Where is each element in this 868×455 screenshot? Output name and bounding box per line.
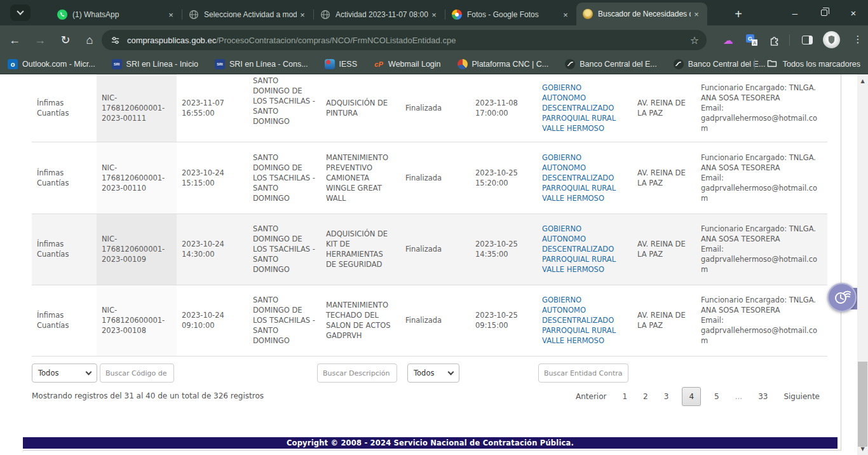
sri-icon: SRI xyxy=(112,59,122,69)
winged-clock-icon[interactable] xyxy=(827,283,857,312)
restore-icon xyxy=(821,10,827,16)
all-bookmarks-button[interactable]: Todos los marcadores xyxy=(754,58,860,70)
forward-button[interactable]: → xyxy=(31,31,50,50)
new-tab-button[interactable]: + xyxy=(729,5,747,23)
url-text[interactable]: compraspublicas.gob.ec/ProcesoContrataci… xyxy=(127,36,690,45)
entity-search-input[interactable] xyxy=(538,363,628,383)
close-icon[interactable]: × xyxy=(428,9,440,20)
cell-process-code: NIC-1768120600001-2023-00109 xyxy=(97,214,177,285)
tab-title: (1) WhatsApp xyxy=(72,10,165,19)
bookmark-star-icon[interactable]: ☆ xyxy=(690,34,699,46)
bookmark-plataforma-cnc[interactable]: Plataforma CNC | C... xyxy=(458,59,549,69)
cell-entity: GOBIERNO AUTONOMO DESCENTRALIZADO PARROQ… xyxy=(537,74,632,142)
browser-menu-button[interactable]: ⋮ xyxy=(850,32,865,47)
cpanel-icon: cP xyxy=(374,59,384,69)
table-row[interactable]: Ínfimas Cuantías NIC-1768120600001-2023-… xyxy=(32,142,827,214)
sri-icon: SRI xyxy=(215,59,225,69)
cell-address: AV. REINA DE LA PAZ xyxy=(632,214,696,285)
cell-location: SANTO DOMINGO DE LOS TSACHILAS - SANTO D… xyxy=(248,142,321,214)
pagination-page-3[interactable]: 3 xyxy=(661,388,672,405)
cell-state: Finalizada xyxy=(400,142,470,214)
chevron-down-icon xyxy=(448,369,454,376)
extensions-puzzle-icon[interactable] xyxy=(767,32,782,48)
tab-google-fotos[interactable]: Fotos - Google Fotos × xyxy=(445,4,576,25)
minimize-button[interactable]: – xyxy=(780,0,810,25)
tab-actividad[interactable]: Actividad 2023-11-07 08:00 × xyxy=(314,4,445,25)
bookmark-outlook[interactable]: o Outlook.com - Micr... xyxy=(8,59,95,69)
close-icon[interactable]: × xyxy=(297,9,308,20)
bookmark-banco-central-2[interactable]: Banco Central del E... xyxy=(674,59,766,69)
scroll-down-arrow[interactable]: ▼ xyxy=(857,444,868,454)
entity-link[interactable]: GOBIERNO AUTONOMO DESCENTRALIZADO PARROQ… xyxy=(542,83,627,133)
close-icon[interactable]: × xyxy=(560,9,571,20)
cell-address: AV. REINA DE LA PAZ xyxy=(632,142,696,214)
entity-link[interactable]: GOBIERNO AUTONOMO DESCENTRALIZADO PARROQ… xyxy=(542,295,627,346)
bookmark-webmail[interactable]: cP Webmail Login xyxy=(374,59,440,69)
pagination-page-5[interactable]: 5 xyxy=(712,388,722,405)
close-icon[interactable]: × xyxy=(165,9,177,20)
iess-icon xyxy=(325,59,335,69)
cell-location: SANTO DOMINGO DE LOS TSACHILAS - SANTO D… xyxy=(248,214,321,285)
scroll-up-arrow[interactable]: ▲ xyxy=(857,76,868,86)
banco-central-icon xyxy=(565,59,575,69)
tab-whatsapp[interactable]: (1) WhatsApp × xyxy=(51,4,182,25)
bookmarks-separator xyxy=(754,58,755,70)
chevron-down-icon xyxy=(86,369,92,376)
tab-buscador-necesidades-active[interactable]: Buscador de Necesidades de × xyxy=(576,3,707,25)
cell-description: ADQUISICIÓN DE PINTURA xyxy=(321,74,400,142)
bookmark-banco-central-1[interactable]: Banco Central del E... xyxy=(565,59,657,69)
reload-button[interactable]: ↻ xyxy=(56,31,75,50)
cell-official: Funcionario Encargado: TNLGA. ANA SOSA T… xyxy=(696,74,827,142)
table-row[interactable]: Ínfimas Cuantías NIC-1768120600001-2023-… xyxy=(32,285,827,356)
cell-end-date: 2023-10-25 15:20:00 xyxy=(470,142,537,214)
table-filters: Todos Todos xyxy=(0,363,868,384)
cell-state: Finalizada xyxy=(400,285,470,356)
pagination-prev[interactable]: Anterior xyxy=(573,388,609,405)
description-search-input[interactable] xyxy=(317,363,397,383)
browser-window: (1) WhatsApp × Seleccione Actividad a mo… xyxy=(0,0,868,455)
restore-button[interactable] xyxy=(810,0,839,25)
scrollbar-thumb[interactable] xyxy=(858,362,867,447)
bookmark-iess[interactable]: IESS xyxy=(325,59,358,69)
cell-end-date: 2023-10-25 09:15:00 xyxy=(470,285,537,356)
bookmark-sri-inicio[interactable]: SRI SRI en Línea - Inicio xyxy=(112,59,198,69)
home-button[interactable]: ⌂ xyxy=(80,31,99,50)
cell-official: Funcionario Encargado: TNLGA. ANA SOSA T… xyxy=(696,142,827,214)
google-photos-icon xyxy=(452,10,462,20)
pagination-page-2[interactable]: 2 xyxy=(641,388,651,405)
state-filter-select[interactable]: Todos xyxy=(407,363,459,383)
close-icon[interactable]: × xyxy=(691,8,702,20)
bookmark-sri-consultas[interactable]: SRI SRI en Línea - Cons... xyxy=(215,59,308,69)
pagination-next[interactable]: Siguiente xyxy=(781,388,822,405)
cell-official: Funcionario Encargado: TNLGA. ANA SOSA T… xyxy=(696,214,827,285)
pagination-page-4-active[interactable]: 4 xyxy=(682,387,701,406)
google-translate-icon[interactable]: GA xyxy=(744,32,759,48)
table-row[interactable]: Ínfimas Cuantías NIC-1768120600001-2023-… xyxy=(32,214,827,285)
code-search-input[interactable] xyxy=(100,363,174,383)
tab-title: Fotos - Google Fotos xyxy=(467,10,560,19)
ecuador-crest-icon xyxy=(583,9,593,19)
cell-end-date: 2023-10-25 14:35:00 xyxy=(470,214,537,285)
pagination-page-1[interactable]: 1 xyxy=(620,388,630,405)
toolbar-separator xyxy=(789,34,790,46)
site-settings-icon[interactable] xyxy=(108,33,122,47)
entity-link[interactable]: GOBIERNO AUTONOMO DESCENTRALIZADO PARROQ… xyxy=(542,153,627,203)
address-bar[interactable]: compraspublicas.gob.ec/ProcesoContrataci… xyxy=(102,30,707,50)
cell-location: SANTO DOMINGO DE LOS TSACHILAS - SANTO D… xyxy=(248,285,321,356)
entity-link[interactable]: GOBIERNO AUTONOMO DESCENTRALIZADO PARROQ… xyxy=(542,224,627,275)
type-filter-select[interactable]: Todos xyxy=(32,363,97,383)
tab-seleccione-actividad[interactable]: Seleccione Actividad a modi × xyxy=(182,4,313,25)
cell-state: Finalizada xyxy=(400,214,470,285)
vertical-scrollbar[interactable]: ▲ ▼ xyxy=(857,74,868,455)
side-panel-icon[interactable] xyxy=(799,32,815,48)
table-row[interactable]: Ínfimas Cuantías NIC-1768120600001-2023-… xyxy=(32,74,827,142)
window-close-button[interactable]: × xyxy=(839,0,868,25)
banco-central-icon xyxy=(674,59,684,69)
cell-process-type: Ínfimas Cuantías xyxy=(32,214,97,285)
tab-search-button[interactable] xyxy=(10,4,31,21)
cnc-icon xyxy=(458,59,468,69)
back-button[interactable]: ← xyxy=(5,31,24,50)
pagination-page-33[interactable]: 33 xyxy=(756,388,770,405)
profile-avatar[interactable] xyxy=(823,31,840,48)
extension-cloud-icon[interactable]: ☁ xyxy=(721,32,736,48)
